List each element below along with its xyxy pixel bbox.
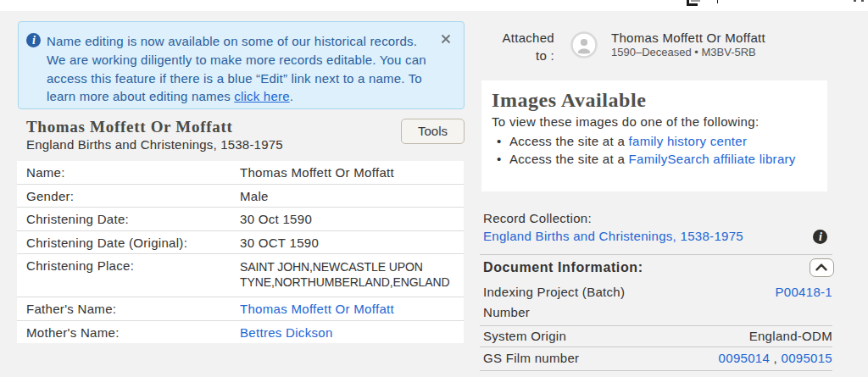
svg-text:i: i — [32, 34, 36, 47]
svg-text:i: i — [819, 230, 822, 243]
